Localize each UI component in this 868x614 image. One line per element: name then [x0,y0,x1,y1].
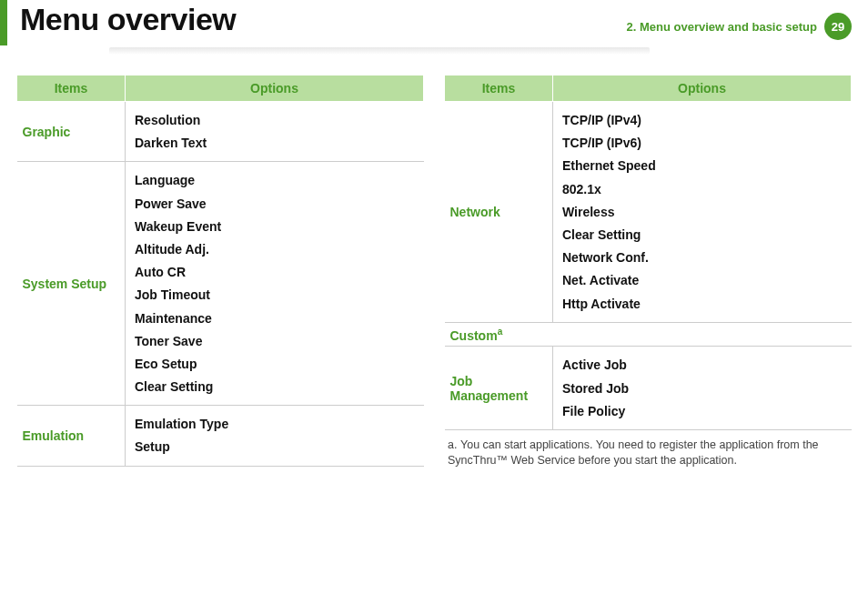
options-cell: Language Power Save Wakeup Event Altitud… [126,162,424,406]
footnote-text: You can start applications. You need to … [448,438,819,467]
chapter-label: 2. Menu overview and basic setup [626,20,817,34]
right-table: Items Options Network TCP/IP (IPv4) TCP/… [444,75,852,430]
table-row: Graphic Resolution Darken Text [17,102,424,162]
item-label: Custom [450,327,498,342]
page-number-badge: 29 [824,13,852,40]
left-table: Items Options Graphic Resolution Darken … [16,75,424,467]
col-header-options: Options [126,75,424,102]
option-item: Http Activate [562,296,843,312]
option-item: Altitude Adj. [135,241,415,257]
option-item: 802.1x [562,181,843,197]
footnote-mark: a. [448,438,460,453]
option-item: Power Save [135,196,415,212]
option-item: Resolution [135,112,415,128]
option-item: Clear Setting [562,226,843,243]
decorative-shadow [109,47,650,55]
option-item: Toner Save [135,333,415,349]
accent-bar [0,0,7,45]
document-page: Menu overview 2. Menu overview and basic… [0,0,868,614]
option-item: TCP/IP (IPv6) [562,135,843,151]
table-row: Customa [445,322,852,347]
options-cell: Active Job Stored Job File Policy [553,347,852,430]
option-item: TCP/IP (IPv4) [562,112,843,128]
options-cell: Emulation Type Setup [126,406,424,466]
table-row: Emulation Emulation Type Setup [17,406,424,466]
content-area: Items Options Graphic Resolution Darken … [16,75,852,468]
option-item: Net. Activate [562,272,843,288]
left-column: Items Options Graphic Resolution Darken … [16,75,424,468]
option-item: Auto CR [135,264,415,280]
option-item: Eco Setup [135,356,415,372]
footnote-ref: a [498,327,503,337]
option-item: Emulation Type [135,416,415,432]
item-cell: Job Management [445,347,553,430]
item-cell-custom: Customa [445,322,852,347]
option-item: Stored Job [562,380,843,397]
col-header-items: Items [17,75,126,102]
right-column: Items Options Network TCP/IP (IPv4) TCP/… [444,75,852,468]
option-item: Network Conf. [562,249,843,266]
option-item: Ethernet Speed [562,157,843,174]
options-cell: TCP/IP (IPv4) TCP/IP (IPv6) Ethernet Spe… [553,102,852,323]
item-cell: Network [445,102,553,323]
option-item: Wakeup Event [135,218,415,235]
option-item: Job Timeout [135,287,415,303]
options-cell: Resolution Darken Text [126,102,424,162]
table-row: Job Management Active Job Stored Job Fil… [445,347,852,430]
item-cell: Graphic [17,102,126,162]
footnote: a.You can start applications. You need t… [444,438,852,468]
table-row: Network TCP/IP (IPv4) TCP/IP (IPv6) Ethe… [445,102,852,323]
option-item: Clear Setting [135,378,415,395]
item-cell: Emulation [17,406,126,466]
option-item: Active Job [562,357,843,373]
option-item: Darken Text [135,135,415,151]
col-header-options: Options [553,75,852,102]
option-item: Language [135,172,415,188]
page-title: Menu overview [20,2,236,37]
option-item: Maintenance [135,310,415,327]
table-row: System Setup Language Power Save Wakeup … [17,162,424,406]
option-item: Setup [135,438,415,455]
option-item: Wireless [562,204,843,220]
item-cell: System Setup [17,162,126,406]
col-header-items: Items [445,75,553,102]
option-item: File Policy [562,403,843,419]
